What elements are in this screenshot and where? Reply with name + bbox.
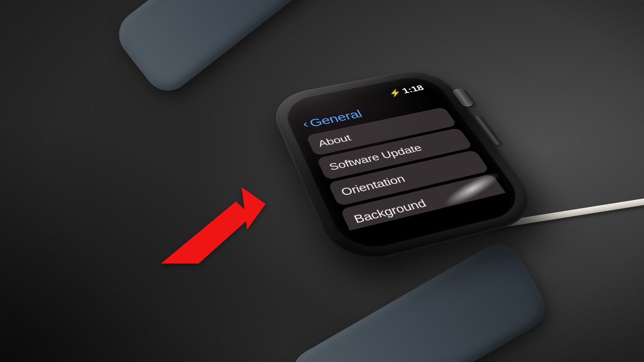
menu-item-label: Orientation [339,173,407,198]
menu-item-label: Background [352,197,428,225]
chevron-left-icon: ‹ [301,120,310,130]
charging-bolt-icon: ⚡ [387,89,402,97]
menu-item-background[interactable]: Background [340,174,506,231]
menu-item-label: About [316,132,353,148]
